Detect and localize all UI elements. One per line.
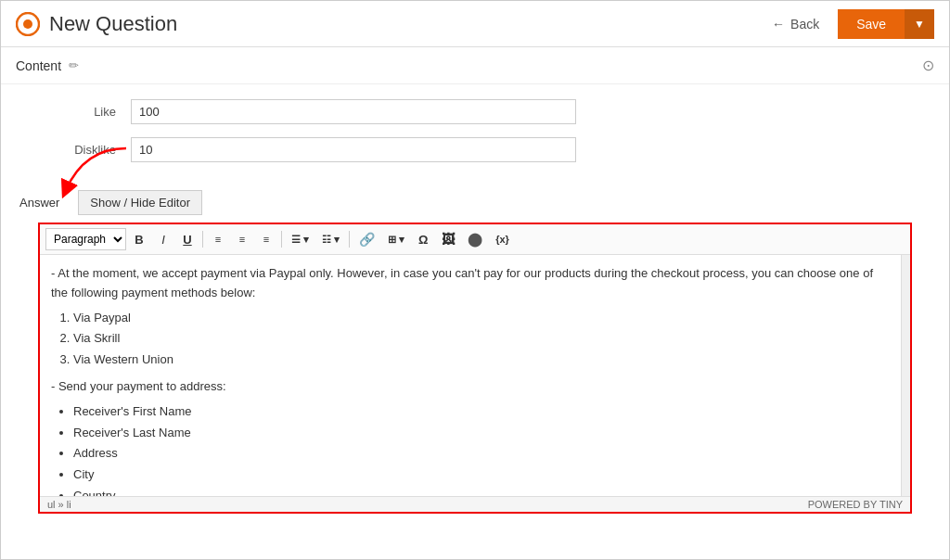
logo-icon [16, 12, 40, 36]
list-item: Via Western Union [73, 350, 890, 370]
like-input[interactable] [131, 99, 576, 124]
paragraph-select[interactable]: Paragraph [45, 228, 126, 250]
collapse-button[interactable]: ⊙ [922, 57, 934, 74]
align-left-button[interactable]: ≡ [207, 228, 229, 250]
layer-button[interactable]: ⬤ [462, 228, 488, 250]
separator-3 [349, 231, 350, 248]
statusbar-path: ul » li [47, 499, 71, 510]
answer-section: Answer Show / Hide Editor Pa [1, 190, 949, 532]
list-item: Address [73, 444, 890, 464]
editor-scroll-content: - At the moment, we accept payment via P… [40, 255, 901, 496]
header: New Question ← Back Save ▼ [1, 1, 949, 47]
header-left: New Question [16, 12, 177, 36]
svg-point-1 [23, 19, 32, 29]
bullet-list-button[interactable]: ☰ ▾ [286, 228, 315, 250]
page-title: New Question [49, 12, 177, 36]
answer-label: Answer [19, 196, 59, 210]
form-body: Like Disklike [1, 84, 949, 190]
separator-1 [202, 231, 203, 248]
bold-button[interactable]: B [128, 228, 150, 250]
list-item: City [73, 465, 890, 485]
back-button[interactable]: ← Back [761, 11, 830, 37]
align-right-button[interactable]: ≡ [255, 228, 277, 250]
like-row: Like [19, 99, 931, 124]
omega-button[interactable]: Ω [412, 228, 434, 250]
list-item: Via Skrill [73, 329, 890, 349]
list-item: Receiver's Last Name [73, 424, 890, 443]
red-arrow-icon [57, 144, 131, 199]
list-item: Via Paypal [73, 309, 890, 328]
italic-button[interactable]: I [152, 228, 174, 250]
content-section: Content ✏ ⊙ Like Disklike Answer [1, 47, 949, 559]
editor-statusbar: ul » li POWERED BY TINY [40, 496, 910, 512]
editor-scroll: - At the moment, we accept payment via P… [40, 255, 910, 496]
editor-para-2: - Send your payment to address: [51, 377, 890, 397]
section-title-group: Content ✏ [16, 58, 79, 73]
statusbar-powered-by: POWERED BY TINY [808, 499, 903, 510]
variable-button[interactable]: {x} [490, 228, 515, 250]
table-button[interactable]: ⊞ ▾ [382, 228, 410, 250]
numbered-list-button[interactable]: ☷ ▾ [316, 228, 345, 250]
list-item: Receiver's First Name [73, 402, 890, 422]
back-arrow-icon: ← [772, 17, 785, 32]
unordered-list: Receiver's First Name Receiver's Last Na… [73, 402, 890, 496]
section-title-text: Content [16, 58, 61, 73]
like-label: Like [19, 105, 131, 119]
editor-scrollbar[interactable] [901, 255, 910, 496]
edit-icon[interactable]: ✏ [69, 58, 79, 72]
dislike-input[interactable] [131, 137, 576, 162]
save-button-group: Save ▼ [838, 9, 934, 39]
editor-toolbar: Paragraph B I U ≡ ≡ ≡ ☰ ▾ ☷ ▾ 🔗 ⊞ ▾ Ω [40, 224, 910, 255]
link-button[interactable]: 🔗 [353, 228, 380, 250]
dislike-row: Disklike [19, 137, 931, 162]
save-button[interactable]: Save [838, 9, 905, 39]
editor-para-1: - At the moment, we accept payment via P… [51, 264, 890, 303]
main-window: New Question ← Back Save ▼ Content ✏ ⊙ [0, 0, 950, 560]
back-label: Back [790, 17, 819, 32]
save-dropdown-button[interactable]: ▼ [905, 9, 934, 39]
editor-content[interactable]: - At the moment, we accept payment via P… [40, 255, 901, 496]
align-center-button[interactable]: ≡ [231, 228, 253, 250]
underline-button[interactable]: U [176, 228, 199, 250]
section-header: Content ✏ ⊙ [1, 47, 949, 84]
header-right: ← Back Save ▼ [761, 9, 934, 39]
list-item: Country [73, 487, 890, 496]
image-button[interactable]: 🖼 [436, 228, 460, 250]
ordered-list: Via Paypal Via Skrill Via Western Union [73, 309, 890, 370]
separator-2 [281, 231, 282, 248]
editor-container: Paragraph B I U ≡ ≡ ≡ ☰ ▾ ☷ ▾ 🔗 ⊞ ▾ Ω [38, 223, 912, 514]
answer-label-row: Answer Show / Hide Editor [19, 190, 931, 215]
